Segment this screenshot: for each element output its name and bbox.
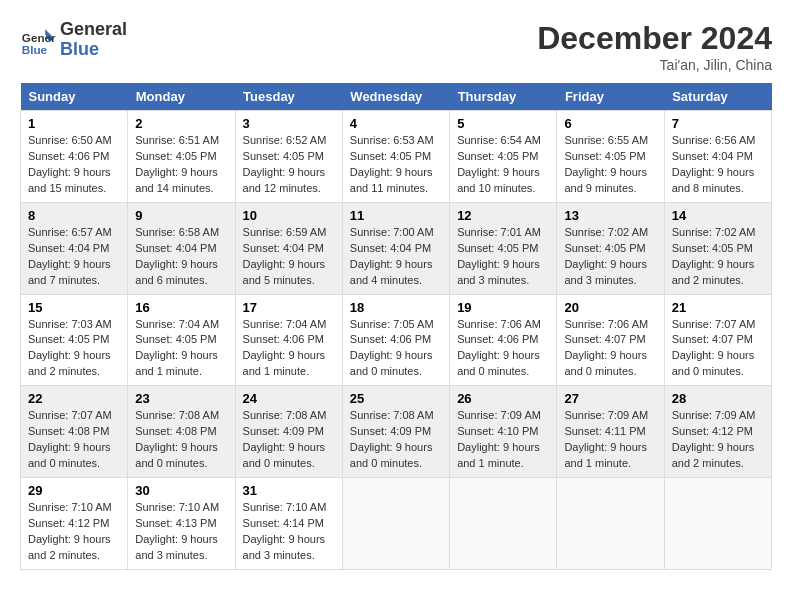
logo-line1: General <box>60 20 127 40</box>
calendar-cell: 28Sunrise: 7:09 AMSunset: 4:12 PMDayligh… <box>664 386 771 478</box>
day-info: Sunrise: 7:10 AMSunset: 4:12 PMDaylight:… <box>28 500 120 564</box>
day-number: 3 <box>243 116 335 131</box>
day-number: 25 <box>350 391 442 406</box>
day-number: 23 <box>135 391 227 406</box>
day-info: Sunrise: 6:54 AMSunset: 4:05 PMDaylight:… <box>457 133 549 197</box>
calendar-week-2: 8Sunrise: 6:57 AMSunset: 4:04 PMDaylight… <box>21 202 772 294</box>
day-info: Sunrise: 7:10 AMSunset: 4:14 PMDaylight:… <box>243 500 335 564</box>
day-info: Sunrise: 6:56 AMSunset: 4:04 PMDaylight:… <box>672 133 764 197</box>
calendar-cell <box>557 478 664 570</box>
calendar-cell: 30Sunrise: 7:10 AMSunset: 4:13 PMDayligh… <box>128 478 235 570</box>
day-number: 20 <box>564 300 656 315</box>
day-number: 6 <box>564 116 656 131</box>
day-info: Sunrise: 7:08 AMSunset: 4:09 PMDaylight:… <box>350 408 442 472</box>
day-info: Sunrise: 6:50 AMSunset: 4:06 PMDaylight:… <box>28 133 120 197</box>
day-info: Sunrise: 7:02 AMSunset: 4:05 PMDaylight:… <box>564 225 656 289</box>
day-info: Sunrise: 7:01 AMSunset: 4:05 PMDaylight:… <box>457 225 549 289</box>
day-info: Sunrise: 7:09 AMSunset: 4:11 PMDaylight:… <box>564 408 656 472</box>
calendar-cell: 10Sunrise: 6:59 AMSunset: 4:04 PMDayligh… <box>235 202 342 294</box>
day-number: 11 <box>350 208 442 223</box>
weekday-header-monday: Monday <box>128 83 235 111</box>
calendar-cell: 15Sunrise: 7:03 AMSunset: 4:05 PMDayligh… <box>21 294 128 386</box>
day-number: 16 <box>135 300 227 315</box>
day-number: 19 <box>457 300 549 315</box>
calendar-cell: 22Sunrise: 7:07 AMSunset: 4:08 PMDayligh… <box>21 386 128 478</box>
day-info: Sunrise: 7:07 AMSunset: 4:08 PMDaylight:… <box>28 408 120 472</box>
day-info: Sunrise: 7:08 AMSunset: 4:08 PMDaylight:… <box>135 408 227 472</box>
calendar-cell: 5Sunrise: 6:54 AMSunset: 4:05 PMDaylight… <box>450 111 557 203</box>
day-info: Sunrise: 7:10 AMSunset: 4:13 PMDaylight:… <box>135 500 227 564</box>
day-info: Sunrise: 6:57 AMSunset: 4:04 PMDaylight:… <box>28 225 120 289</box>
calendar-cell: 11Sunrise: 7:00 AMSunset: 4:04 PMDayligh… <box>342 202 449 294</box>
day-number: 14 <box>672 208 764 223</box>
day-info: Sunrise: 7:04 AMSunset: 4:05 PMDaylight:… <box>135 317 227 381</box>
day-info: Sunrise: 6:58 AMSunset: 4:04 PMDaylight:… <box>135 225 227 289</box>
calendar-cell: 6Sunrise: 6:55 AMSunset: 4:05 PMDaylight… <box>557 111 664 203</box>
calendar-cell: 23Sunrise: 7:08 AMSunset: 4:08 PMDayligh… <box>128 386 235 478</box>
day-info: Sunrise: 6:59 AMSunset: 4:04 PMDaylight:… <box>243 225 335 289</box>
calendar-cell: 27Sunrise: 7:09 AMSunset: 4:11 PMDayligh… <box>557 386 664 478</box>
calendar-cell: 29Sunrise: 7:10 AMSunset: 4:12 PMDayligh… <box>21 478 128 570</box>
day-number: 7 <box>672 116 764 131</box>
calendar-cell: 9Sunrise: 6:58 AMSunset: 4:04 PMDaylight… <box>128 202 235 294</box>
calendar-table: SundayMondayTuesdayWednesdayThursdayFrid… <box>20 83 772 570</box>
day-info: Sunrise: 7:03 AMSunset: 4:05 PMDaylight:… <box>28 317 120 381</box>
title-block: December 2024 Tai'an, Jilin, China <box>537 20 772 73</box>
day-number: 30 <box>135 483 227 498</box>
logo-line2: Blue <box>60 40 127 60</box>
calendar-cell: 12Sunrise: 7:01 AMSunset: 4:05 PMDayligh… <box>450 202 557 294</box>
day-number: 17 <box>243 300 335 315</box>
calendar-cell: 1Sunrise: 6:50 AMSunset: 4:06 PMDaylight… <box>21 111 128 203</box>
day-number: 27 <box>564 391 656 406</box>
day-number: 26 <box>457 391 549 406</box>
day-info: Sunrise: 7:00 AMSunset: 4:04 PMDaylight:… <box>350 225 442 289</box>
weekday-header-saturday: Saturday <box>664 83 771 111</box>
day-number: 18 <box>350 300 442 315</box>
day-info: Sunrise: 6:55 AMSunset: 4:05 PMDaylight:… <box>564 133 656 197</box>
weekday-header-wednesday: Wednesday <box>342 83 449 111</box>
calendar-cell: 2Sunrise: 6:51 AMSunset: 4:05 PMDaylight… <box>128 111 235 203</box>
day-info: Sunrise: 7:09 AMSunset: 4:10 PMDaylight:… <box>457 408 549 472</box>
calendar-cell: 8Sunrise: 6:57 AMSunset: 4:04 PMDaylight… <box>21 202 128 294</box>
calendar-cell: 17Sunrise: 7:04 AMSunset: 4:06 PMDayligh… <box>235 294 342 386</box>
day-number: 1 <box>28 116 120 131</box>
calendar-cell: 16Sunrise: 7:04 AMSunset: 4:05 PMDayligh… <box>128 294 235 386</box>
calendar-cell: 3Sunrise: 6:52 AMSunset: 4:05 PMDaylight… <box>235 111 342 203</box>
calendar-cell: 25Sunrise: 7:08 AMSunset: 4:09 PMDayligh… <box>342 386 449 478</box>
logo: General Blue General Blue <box>20 20 127 60</box>
calendar-cell: 18Sunrise: 7:05 AMSunset: 4:06 PMDayligh… <box>342 294 449 386</box>
day-number: 4 <box>350 116 442 131</box>
calendar-cell: 7Sunrise: 6:56 AMSunset: 4:04 PMDaylight… <box>664 111 771 203</box>
day-number: 28 <box>672 391 764 406</box>
day-info: Sunrise: 7:05 AMSunset: 4:06 PMDaylight:… <box>350 317 442 381</box>
calendar-cell: 20Sunrise: 7:06 AMSunset: 4:07 PMDayligh… <box>557 294 664 386</box>
calendar-cell: 21Sunrise: 7:07 AMSunset: 4:07 PMDayligh… <box>664 294 771 386</box>
calendar-cell: 19Sunrise: 7:06 AMSunset: 4:06 PMDayligh… <box>450 294 557 386</box>
weekday-header-row: SundayMondayTuesdayWednesdayThursdayFrid… <box>21 83 772 111</box>
page-subtitle: Tai'an, Jilin, China <box>537 57 772 73</box>
calendar-cell <box>450 478 557 570</box>
day-info: Sunrise: 6:53 AMSunset: 4:05 PMDaylight:… <box>350 133 442 197</box>
day-info: Sunrise: 7:06 AMSunset: 4:07 PMDaylight:… <box>564 317 656 381</box>
calendar-cell: 4Sunrise: 6:53 AMSunset: 4:05 PMDaylight… <box>342 111 449 203</box>
calendar-cell <box>664 478 771 570</box>
calendar-week-4: 22Sunrise: 7:07 AMSunset: 4:08 PMDayligh… <box>21 386 772 478</box>
day-info: Sunrise: 7:04 AMSunset: 4:06 PMDaylight:… <box>243 317 335 381</box>
logo-icon: General Blue <box>20 22 56 58</box>
day-number: 10 <box>243 208 335 223</box>
calendar-cell: 24Sunrise: 7:08 AMSunset: 4:09 PMDayligh… <box>235 386 342 478</box>
day-number: 24 <box>243 391 335 406</box>
day-number: 2 <box>135 116 227 131</box>
calendar-week-3: 15Sunrise: 7:03 AMSunset: 4:05 PMDayligh… <box>21 294 772 386</box>
calendar-week-1: 1Sunrise: 6:50 AMSunset: 4:06 PMDaylight… <box>21 111 772 203</box>
day-number: 15 <box>28 300 120 315</box>
day-number: 22 <box>28 391 120 406</box>
day-info: Sunrise: 7:09 AMSunset: 4:12 PMDaylight:… <box>672 408 764 472</box>
calendar-cell: 14Sunrise: 7:02 AMSunset: 4:05 PMDayligh… <box>664 202 771 294</box>
calendar-cell <box>342 478 449 570</box>
day-number: 29 <box>28 483 120 498</box>
day-info: Sunrise: 6:51 AMSunset: 4:05 PMDaylight:… <box>135 133 227 197</box>
weekday-header-friday: Friday <box>557 83 664 111</box>
page-title: December 2024 <box>537 20 772 57</box>
day-number: 12 <box>457 208 549 223</box>
